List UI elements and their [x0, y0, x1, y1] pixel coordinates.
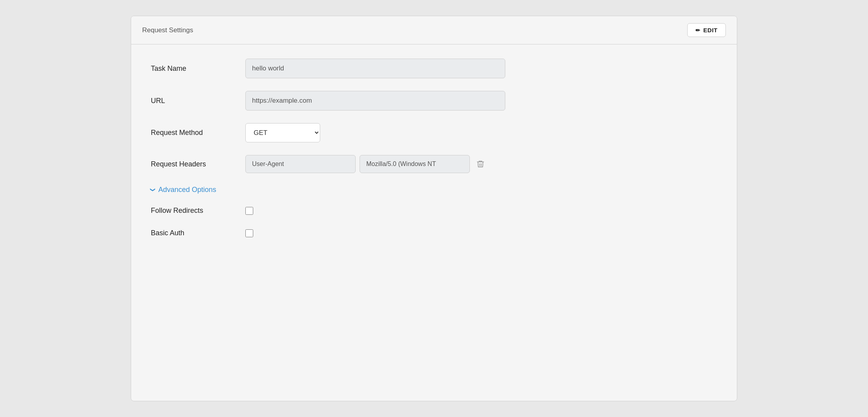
follow-redirects-checkbox[interactable]	[245, 207, 253, 215]
request-method-select[interactable]: GET POST PUT DELETE PATCH HEAD	[245, 123, 320, 142]
card-header: Request Settings ✏ EDIT	[131, 16, 737, 44]
advanced-options-label: Advanced Options	[158, 186, 216, 194]
follow-redirects-row: Follow Redirects	[151, 207, 717, 215]
edit-button-label: EDIT	[703, 27, 718, 33]
task-name-input[interactable]	[245, 59, 505, 78]
chevron-down-icon: ❯	[150, 188, 156, 192]
url-row: URL	[151, 91, 717, 111]
headers-inputs	[245, 155, 487, 173]
request-headers-row: Request Headers	[151, 155, 717, 173]
request-method-row: Request Method GET POST PUT DELETE PATCH…	[151, 123, 717, 142]
url-input[interactable]	[245, 91, 505, 111]
task-name-row: Task Name	[151, 59, 717, 78]
delete-header-button[interactable]	[474, 157, 487, 171]
basic-auth-row: Basic Auth	[151, 229, 717, 237]
pencil-icon: ✏	[696, 27, 701, 33]
request-settings-card: Request Settings ✏ EDIT Task Name URL Re…	[131, 16, 737, 401]
request-method-label: Request Method	[151, 129, 245, 137]
request-headers-label: Request Headers	[151, 160, 245, 168]
card-body: Task Name URL Request Method GET POST PU…	[131, 44, 737, 266]
task-name-label: Task Name	[151, 65, 245, 73]
url-label: URL	[151, 97, 245, 105]
edit-button[interactable]: ✏ EDIT	[687, 23, 726, 37]
basic-auth-checkbox[interactable]	[245, 229, 253, 237]
header-key-input[interactable]	[245, 155, 356, 173]
basic-auth-label: Basic Auth	[151, 229, 245, 237]
follow-redirects-label: Follow Redirects	[151, 207, 245, 215]
card-title: Request Settings	[142, 26, 193, 34]
advanced-options-toggle[interactable]: ❯ Advanced Options	[151, 186, 216, 194]
trash-icon	[476, 160, 485, 168]
header-value-input[interactable]	[360, 155, 470, 173]
